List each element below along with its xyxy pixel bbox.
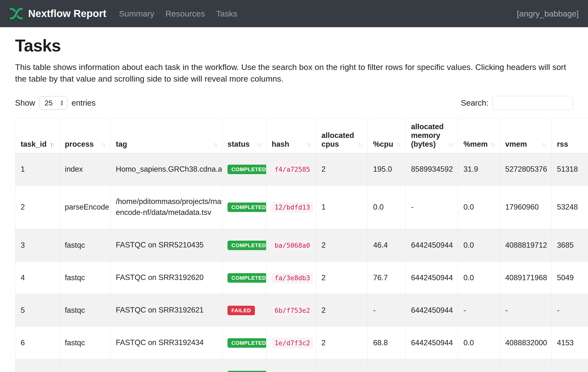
sort-icon[interactable]: ↑↓: [307, 141, 311, 149]
page-length-select[interactable]: 25: [40, 96, 67, 109]
table-row: 4 fastqc FASTQC on SRR3192620 COMPLETED …: [15, 262, 588, 294]
cell-process: index: [60, 153, 110, 186]
cell-vmem: 4088819712: [500, 229, 552, 262]
status-badge: COMPLETED: [228, 241, 266, 250]
tasks-table: task_id↑↓ process↑↓ tag↑↓ status↑↓ hash↑…: [15, 118, 588, 372]
cell-vmem: 4089171968: [500, 262, 552, 294]
sort-icon[interactable]: ↑↓: [257, 141, 261, 149]
header-row: task_id↑↓ process↑↓ tag↑↓ status↑↓ hash↑…: [15, 118, 588, 153]
table-row: 3 fastqc FASTQC on SRR5210435 COMPLETED …: [15, 229, 588, 262]
cell-allocated-memory: 6442450944: [406, 327, 458, 359]
app-title: Nextflow Report: [28, 8, 106, 20]
cell-status: COMPLETED: [222, 229, 266, 262]
cell-tag: Homo_sapiens.GRCh38.cdna.all.fa.gz: [110, 153, 222, 186]
cell-allocated-memory: 6442450944: [406, 294, 458, 327]
cell-process: fastqc: [60, 262, 110, 294]
main-content: Tasks This table shows information about…: [0, 27, 588, 372]
sort-icon[interactable]: ↑↓: [213, 141, 217, 149]
cell-task-id: 6: [15, 327, 60, 359]
col-header-allocated-memory[interactable]: allocated memory (bytes)↑↓: [406, 118, 458, 153]
cell-pcpu: 46.4: [368, 229, 406, 262]
cell-tag: FASTQC on SRR5210435: [110, 229, 222, 262]
cell-vmem: 5272805376: [500, 153, 552, 186]
cell-task-id: 7: [15, 359, 60, 372]
cell-status: COMPLETED: [222, 359, 266, 372]
sort-icon[interactable]: ↑↓: [449, 141, 452, 149]
cell-vmem: 17960960: [500, 186, 552, 229]
cell-allocated-memory: 6442450944: [406, 229, 458, 262]
cell-pcpu: 195.0: [368, 153, 406, 186]
search-label: Search:: [461, 98, 488, 107]
col-header-pmem[interactable]: %mem↑↓: [458, 118, 500, 153]
cell-allocated-cpus: 2: [316, 262, 368, 294]
search-input[interactable]: [492, 96, 573, 110]
cell-hash: 1e/d7f3c2: [266, 327, 316, 359]
entries-label: entries: [72, 98, 96, 107]
cell-hash: 5e/4886ef: [266, 359, 316, 372]
cell-process: fastqc: [60, 327, 110, 359]
cell-allocated-memory: 6442450944: [406, 359, 458, 372]
cell-pmem: 0.0: [458, 262, 500, 294]
cell-allocated-memory: -: [406, 186, 458, 229]
nextflow-logo-icon: [9, 7, 23, 21]
task-hash: f4/a72585: [272, 164, 313, 175]
table-scroll-container[interactable]: task_id↑↓ process↑↓ tag↑↓ status↑↓ hash↑…: [15, 118, 588, 372]
cell-rss: 3685: [552, 229, 588, 262]
table-row: 1 index Homo_sapiens.GRCh38.cdna.all.fa.…: [15, 153, 588, 186]
sort-icon[interactable]: ↑↓: [542, 141, 546, 149]
cell-pmem: 0.0: [458, 327, 500, 359]
table-row: 2 parseEncode /home/pditommaso/projects/…: [15, 186, 588, 229]
cell-task-id: 3: [15, 229, 60, 262]
col-header-process[interactable]: process↑↓: [60, 118, 110, 153]
sort-icon[interactable]: ↑↓: [396, 141, 400, 149]
cell-rss: 4153: [552, 327, 588, 359]
cell-hash: fa/3e8db3: [266, 262, 316, 294]
cell-pcpu: -: [368, 294, 406, 327]
cell-task-id: 2: [15, 186, 60, 229]
task-hash: 5e/4886ef: [272, 370, 313, 372]
cell-allocated-memory: 8589934592: [406, 153, 458, 186]
cell-allocated-cpus: 2: [316, 327, 368, 359]
cell-allocated-cpus: 2: [316, 294, 368, 327]
col-header-hash[interactable]: hash↑↓: [266, 118, 316, 153]
sort-icon[interactable]: ↑↓: [358, 141, 362, 149]
cell-process: fastqc: [60, 229, 110, 262]
cell-allocated-memory: 6442450944: [406, 262, 458, 294]
sort-icon[interactable]: ↑↓: [50, 141, 54, 149]
navbar: Nextflow Report Summary Resources Tasks …: [0, 0, 588, 27]
cell-vmem: 4031012864: [500, 359, 552, 372]
table-row: 5 fastqc FASTQC on SRR3192621 FAILED 6b/…: [15, 294, 588, 327]
nav-link-summary[interactable]: Summary: [119, 9, 154, 19]
cell-rss: 3843: [552, 359, 588, 372]
cell-process: parseEncode: [60, 186, 110, 229]
nav-link-tasks[interactable]: Tasks: [216, 9, 237, 19]
col-header-allocated-cpus[interactable]: allocated cpus↑↓: [316, 118, 368, 153]
table-row: 7 fastqc FASTQC on SRR3192433 COMPLETED …: [15, 359, 588, 372]
cell-pcpu: 68.8: [368, 327, 406, 359]
cell-task-id: 1: [15, 153, 60, 186]
task-hash: fa/3e8db3: [272, 273, 313, 283]
cell-status: COMPLETED: [222, 186, 266, 229]
col-header-task-id[interactable]: task_id↑↓: [15, 118, 60, 153]
col-header-rss[interactable]: rss↑↓: [552, 118, 588, 153]
cell-vmem: -: [500, 294, 552, 327]
task-hash: 6b/f753e2: [272, 305, 313, 316]
cell-status: COMPLETED: [222, 153, 266, 186]
status-badge: COMPLETED: [228, 338, 266, 348]
nav-link-resources[interactable]: Resources: [165, 9, 205, 19]
cell-task-id: 5: [15, 294, 60, 327]
sort-icon[interactable]: ↑↓: [101, 141, 105, 149]
cell-pmem: 0.0: [458, 359, 500, 372]
col-header-status[interactable]: status↑↓: [222, 118, 266, 153]
sort-icon[interactable]: ↑↓: [490, 141, 494, 149]
status-badge: COMPLETED: [228, 371, 266, 372]
brand-link[interactable]: Nextflow Report: [9, 7, 106, 21]
cell-pcpu: 76.7: [368, 262, 406, 294]
cell-status: FAILED: [222, 294, 266, 327]
col-header-tag[interactable]: tag↑↓: [110, 118, 222, 153]
col-header-pcpu[interactable]: %cpu↑↓: [368, 118, 406, 153]
show-label: Show: [15, 98, 35, 107]
cell-pmem: 0.0: [458, 229, 500, 262]
col-header-vmem[interactable]: vmem↑↓: [500, 118, 552, 153]
page-length-control: Show 25 ▲▼ entries: [15, 96, 96, 109]
